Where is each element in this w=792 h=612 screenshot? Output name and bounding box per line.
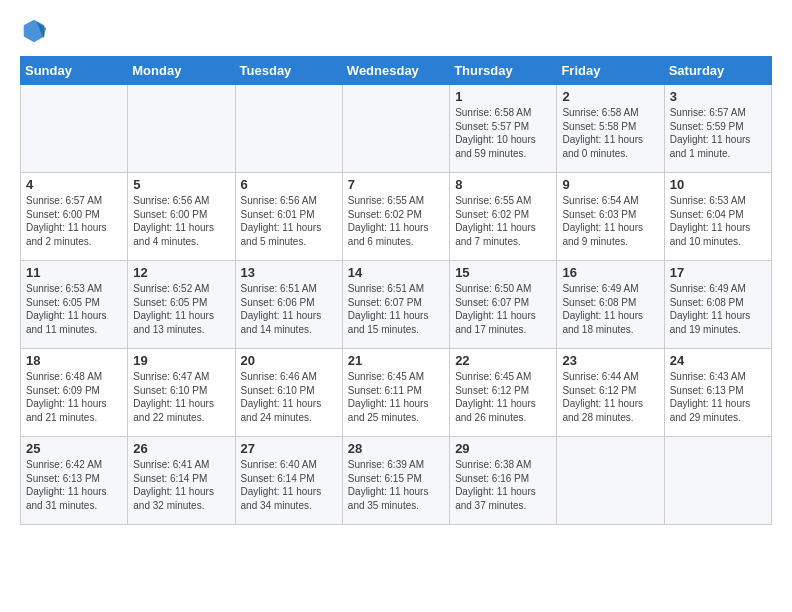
day-number: 16 <box>562 265 658 280</box>
day-number: 28 <box>348 441 444 456</box>
day-number: 26 <box>133 441 229 456</box>
week-row-2: 11Sunrise: 6:53 AM Sunset: 6:05 PM Dayli… <box>21 261 772 349</box>
day-info: Sunrise: 6:38 AM Sunset: 6:16 PM Dayligh… <box>455 458 551 512</box>
day-number: 13 <box>241 265 337 280</box>
day-number: 2 <box>562 89 658 104</box>
day-cell: 20Sunrise: 6:46 AM Sunset: 6:10 PM Dayli… <box>235 349 342 437</box>
day-cell: 25Sunrise: 6:42 AM Sunset: 6:13 PM Dayli… <box>21 437 128 525</box>
col-header-sunday: Sunday <box>21 57 128 85</box>
col-header-wednesday: Wednesday <box>342 57 449 85</box>
day-cell: 11Sunrise: 6:53 AM Sunset: 6:05 PM Dayli… <box>21 261 128 349</box>
col-header-friday: Friday <box>557 57 664 85</box>
day-info: Sunrise: 6:43 AM Sunset: 6:13 PM Dayligh… <box>670 370 766 424</box>
day-number: 9 <box>562 177 658 192</box>
day-cell <box>342 85 449 173</box>
day-cell: 17Sunrise: 6:49 AM Sunset: 6:08 PM Dayli… <box>664 261 771 349</box>
day-info: Sunrise: 6:44 AM Sunset: 6:12 PM Dayligh… <box>562 370 658 424</box>
week-row-1: 4Sunrise: 6:57 AM Sunset: 6:00 PM Daylig… <box>21 173 772 261</box>
day-number: 21 <box>348 353 444 368</box>
header <box>20 16 772 44</box>
col-header-thursday: Thursday <box>450 57 557 85</box>
day-cell <box>664 437 771 525</box>
day-cell: 15Sunrise: 6:50 AM Sunset: 6:07 PM Dayli… <box>450 261 557 349</box>
day-info: Sunrise: 6:54 AM Sunset: 6:03 PM Dayligh… <box>562 194 658 248</box>
day-info: Sunrise: 6:53 AM Sunset: 6:05 PM Dayligh… <box>26 282 122 336</box>
day-info: Sunrise: 6:45 AM Sunset: 6:12 PM Dayligh… <box>455 370 551 424</box>
calendar-page: SundayMondayTuesdayWednesdayThursdayFrid… <box>0 0 792 541</box>
day-number: 23 <box>562 353 658 368</box>
day-number: 29 <box>455 441 551 456</box>
day-cell <box>235 85 342 173</box>
day-number: 18 <box>26 353 122 368</box>
logo-icon <box>20 16 48 44</box>
day-number: 19 <box>133 353 229 368</box>
week-row-3: 18Sunrise: 6:48 AM Sunset: 6:09 PM Dayli… <box>21 349 772 437</box>
day-info: Sunrise: 6:58 AM Sunset: 5:58 PM Dayligh… <box>562 106 658 160</box>
day-number: 15 <box>455 265 551 280</box>
day-cell: 28Sunrise: 6:39 AM Sunset: 6:15 PM Dayli… <box>342 437 449 525</box>
day-cell: 18Sunrise: 6:48 AM Sunset: 6:09 PM Dayli… <box>21 349 128 437</box>
day-cell: 21Sunrise: 6:45 AM Sunset: 6:11 PM Dayli… <box>342 349 449 437</box>
day-number: 10 <box>670 177 766 192</box>
logo <box>20 16 52 44</box>
day-info: Sunrise: 6:39 AM Sunset: 6:15 PM Dayligh… <box>348 458 444 512</box>
day-cell: 3Sunrise: 6:57 AM Sunset: 5:59 PM Daylig… <box>664 85 771 173</box>
day-cell: 2Sunrise: 6:58 AM Sunset: 5:58 PM Daylig… <box>557 85 664 173</box>
day-number: 14 <box>348 265 444 280</box>
day-info: Sunrise: 6:51 AM Sunset: 6:06 PM Dayligh… <box>241 282 337 336</box>
day-info: Sunrise: 6:49 AM Sunset: 6:08 PM Dayligh… <box>670 282 766 336</box>
day-cell: 5Sunrise: 6:56 AM Sunset: 6:00 PM Daylig… <box>128 173 235 261</box>
day-number: 27 <box>241 441 337 456</box>
col-header-monday: Monday <box>128 57 235 85</box>
day-cell: 19Sunrise: 6:47 AM Sunset: 6:10 PM Dayli… <box>128 349 235 437</box>
day-info: Sunrise: 6:41 AM Sunset: 6:14 PM Dayligh… <box>133 458 229 512</box>
day-cell <box>21 85 128 173</box>
day-number: 6 <box>241 177 337 192</box>
day-number: 11 <box>26 265 122 280</box>
week-row-0: 1Sunrise: 6:58 AM Sunset: 5:57 PM Daylig… <box>21 85 772 173</box>
day-info: Sunrise: 6:45 AM Sunset: 6:11 PM Dayligh… <box>348 370 444 424</box>
day-cell: 26Sunrise: 6:41 AM Sunset: 6:14 PM Dayli… <box>128 437 235 525</box>
day-info: Sunrise: 6:58 AM Sunset: 5:57 PM Dayligh… <box>455 106 551 160</box>
day-info: Sunrise: 6:46 AM Sunset: 6:10 PM Dayligh… <box>241 370 337 424</box>
day-cell <box>557 437 664 525</box>
day-cell: 14Sunrise: 6:51 AM Sunset: 6:07 PM Dayli… <box>342 261 449 349</box>
day-cell: 8Sunrise: 6:55 AM Sunset: 6:02 PM Daylig… <box>450 173 557 261</box>
day-cell: 12Sunrise: 6:52 AM Sunset: 6:05 PM Dayli… <box>128 261 235 349</box>
day-number: 25 <box>26 441 122 456</box>
day-cell: 4Sunrise: 6:57 AM Sunset: 6:00 PM Daylig… <box>21 173 128 261</box>
day-number: 7 <box>348 177 444 192</box>
day-cell <box>128 85 235 173</box>
day-info: Sunrise: 6:51 AM Sunset: 6:07 PM Dayligh… <box>348 282 444 336</box>
day-cell: 22Sunrise: 6:45 AM Sunset: 6:12 PM Dayli… <box>450 349 557 437</box>
day-info: Sunrise: 6:56 AM Sunset: 6:01 PM Dayligh… <box>241 194 337 248</box>
day-number: 22 <box>455 353 551 368</box>
day-number: 20 <box>241 353 337 368</box>
day-info: Sunrise: 6:50 AM Sunset: 6:07 PM Dayligh… <box>455 282 551 336</box>
day-cell: 24Sunrise: 6:43 AM Sunset: 6:13 PM Dayli… <box>664 349 771 437</box>
day-cell: 1Sunrise: 6:58 AM Sunset: 5:57 PM Daylig… <box>450 85 557 173</box>
day-number: 1 <box>455 89 551 104</box>
day-cell: 10Sunrise: 6:53 AM Sunset: 6:04 PM Dayli… <box>664 173 771 261</box>
day-cell: 16Sunrise: 6:49 AM Sunset: 6:08 PM Dayli… <box>557 261 664 349</box>
day-number: 8 <box>455 177 551 192</box>
day-info: Sunrise: 6:47 AM Sunset: 6:10 PM Dayligh… <box>133 370 229 424</box>
week-row-4: 25Sunrise: 6:42 AM Sunset: 6:13 PM Dayli… <box>21 437 772 525</box>
day-info: Sunrise: 6:57 AM Sunset: 6:00 PM Dayligh… <box>26 194 122 248</box>
day-info: Sunrise: 6:40 AM Sunset: 6:14 PM Dayligh… <box>241 458 337 512</box>
day-number: 24 <box>670 353 766 368</box>
day-cell: 6Sunrise: 6:56 AM Sunset: 6:01 PM Daylig… <box>235 173 342 261</box>
calendar-table: SundayMondayTuesdayWednesdayThursdayFrid… <box>20 56 772 525</box>
day-info: Sunrise: 6:42 AM Sunset: 6:13 PM Dayligh… <box>26 458 122 512</box>
day-number: 3 <box>670 89 766 104</box>
day-info: Sunrise: 6:52 AM Sunset: 6:05 PM Dayligh… <box>133 282 229 336</box>
day-number: 17 <box>670 265 766 280</box>
day-info: Sunrise: 6:49 AM Sunset: 6:08 PM Dayligh… <box>562 282 658 336</box>
day-number: 5 <box>133 177 229 192</box>
day-info: Sunrise: 6:55 AM Sunset: 6:02 PM Dayligh… <box>348 194 444 248</box>
col-header-tuesday: Tuesday <box>235 57 342 85</box>
day-cell: 23Sunrise: 6:44 AM Sunset: 6:12 PM Dayli… <box>557 349 664 437</box>
day-info: Sunrise: 6:57 AM Sunset: 5:59 PM Dayligh… <box>670 106 766 160</box>
day-number: 12 <box>133 265 229 280</box>
day-cell: 7Sunrise: 6:55 AM Sunset: 6:02 PM Daylig… <box>342 173 449 261</box>
